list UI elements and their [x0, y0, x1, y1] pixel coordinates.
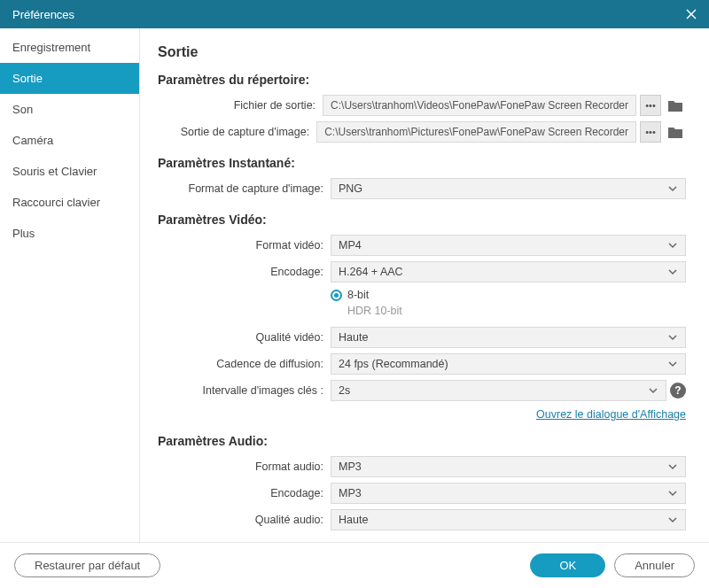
snapshot-format-select[interactable]: PNG — [331, 178, 686, 199]
video-encoding-value: H.264 + AAC — [339, 266, 403, 278]
output-file-path[interactable]: C:\Users\tranhom\Videos\FonePaw\FonePaw … — [323, 95, 636, 116]
audio-quality-select[interactable]: Haute — [331, 509, 686, 530]
folder-icon — [668, 99, 682, 112]
bit-depth-8-radio[interactable]: 8-bit — [331, 289, 402, 301]
sidebar-item-camera[interactable]: Caméra — [0, 125, 139, 156]
ok-button[interactable]: OK — [530, 553, 605, 577]
audio-format-select[interactable]: MP3 — [331, 456, 686, 477]
audio-format-value: MP3 — [339, 460, 362, 473]
audio-encoding-label: Encodage: — [158, 487, 331, 499]
bit-depth-hdr-radio: HDR 10-bit — [331, 305, 402, 317]
chevron-down-icon — [667, 266, 678, 278]
chevron-down-icon — [667, 358, 678, 370]
chevron-down-icon — [667, 182, 678, 195]
keyframe-help-button[interactable]: ? — [670, 383, 686, 398]
chevron-down-icon — [667, 514, 678, 526]
capture-output-open-folder-button[interactable] — [665, 121, 686, 143]
group-video-heading: Paramètres Vidéo: — [158, 213, 686, 227]
video-keyframe-label: Intervalle d'images clés : — [158, 384, 331, 397]
chevron-down-icon — [667, 460, 678, 473]
video-format-value: MP4 — [339, 239, 362, 251]
audio-quality-value: Haute — [339, 514, 368, 526]
sidebar-item-raccourci[interactable]: Raccourci clavier — [0, 187, 139, 218]
window-title: Préférences — [7, 8, 681, 21]
close-icon — [685, 8, 697, 20]
titlebar: Préférences — [0, 0, 709, 28]
video-format-label: Format vidéo: — [158, 239, 331, 251]
chevron-down-icon — [667, 487, 678, 499]
cancel-button[interactable]: Annuler — [614, 553, 695, 577]
capture-output-more-button[interactable]: ••• — [640, 121, 661, 143]
snapshot-format-value: PNG — [339, 182, 362, 195]
sidebar-item-plus[interactable]: Plus — [0, 218, 139, 249]
group-dir-heading: Paramètres du répertoire: — [158, 73, 686, 87]
video-format-select[interactable]: MP4 — [331, 235, 686, 256]
content-panel: Sortie Paramètres du répertoire: Fichier… — [140, 28, 709, 542]
chevron-down-icon — [667, 331, 678, 344]
video-quality-value: Haute — [339, 331, 368, 344]
page-title: Sortie — [158, 44, 686, 60]
close-button[interactable] — [681, 4, 702, 25]
sidebar-item-son[interactable]: Son — [0, 94, 139, 125]
video-quality-select[interactable]: Haute — [331, 327, 686, 348]
video-keyframe-value: 2s — [339, 384, 350, 397]
sidebar-item-souris-clavier[interactable]: Souris et Clavier — [0, 156, 139, 187]
video-quality-label: Qualité vidéo: — [158, 331, 331, 344]
bit-depth-8-label: 8-bit — [347, 289, 369, 301]
chevron-down-icon — [667, 239, 678, 251]
chevron-down-icon — [648, 384, 658, 397]
group-snapshot-heading: Paramètres Instantané: — [158, 156, 686, 170]
capture-output-label: Sortie de capture d'image: — [158, 126, 316, 138]
bit-depth-radio-group: 8-bit HDR 10-bit — [331, 287, 402, 322]
audio-encoding-value: MP3 — [339, 487, 362, 499]
group-audio-heading: Paramètres Audio: — [158, 434, 686, 448]
radio-icon — [331, 290, 342, 301]
video-framerate-select[interactable]: 24 fps (Recommandé) — [331, 353, 686, 375]
output-file-open-folder-button[interactable] — [665, 95, 686, 116]
output-file-more-button[interactable]: ••• — [640, 95, 661, 116]
video-encoding-label: Encodage: — [158, 266, 331, 278]
sidebar-item-sortie[interactable]: Sortie — [0, 63, 139, 94]
video-encoding-select[interactable]: H.264 + AAC — [331, 261, 686, 282]
video-framerate-label: Cadence de diffusion: — [158, 358, 331, 370]
output-file-label: Fichier de sortie: — [158, 99, 323, 112]
video-framerate-value: 24 fps (Recommandé) — [339, 358, 448, 370]
audio-encoding-select[interactable]: MP3 — [331, 483, 686, 504]
snapshot-format-label: Format de capture d'image: — [158, 182, 331, 195]
bit-depth-hdr-label: HDR 10-bit — [347, 305, 402, 317]
display-dialog-link[interactable]: Ouvrez le dialogue d'Affichage — [536, 408, 686, 421]
capture-output-path[interactable]: C:\Users\tranhom\Pictures\FonePaw\FonePa… — [316, 121, 636, 143]
audio-format-label: Format audio: — [158, 460, 331, 473]
sidebar: Enregistrement Sortie Son Caméra Souris … — [0, 28, 140, 542]
footer: Restaurer par défaut OK Annuler — [0, 542, 709, 588]
folder-icon — [668, 126, 682, 138]
sidebar-item-enregistrement[interactable]: Enregistrement — [0, 32, 139, 63]
video-keyframe-select[interactable]: 2s — [331, 380, 666, 401]
restore-defaults-button[interactable]: Restaurer par défaut — [14, 553, 160, 577]
audio-quality-label: Qualité audio: — [158, 514, 331, 526]
